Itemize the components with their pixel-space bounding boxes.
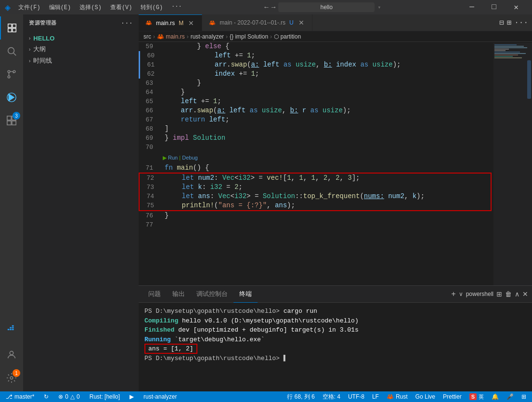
- codelens-debug[interactable]: Debug: [182, 155, 197, 161]
- breadcrumb-file[interactable]: 🦀 main.rs: [157, 33, 185, 40]
- menu-file[interactable]: 文件(F): [15, 2, 43, 13]
- activity-explorer[interactable]: [0, 16, 23, 40]
- rust-history-icon: 🦀: [209, 20, 216, 26]
- breadcrumb-ra[interactable]: rust-analyzer: [191, 33, 224, 40]
- activity-search[interactable]: [0, 40, 23, 63]
- tab-layout-icon[interactable]: ⊞: [507, 18, 512, 27]
- svg-rect-16: [10, 329, 12, 330]
- activity-docker[interactable]: [0, 318, 23, 341]
- minimize-button[interactable]: ─: [461, 0, 483, 14]
- status-notifications[interactable]: 🔔: [490, 393, 501, 400]
- panel-actions: + ∨ powershell ⊞ 🗑 ∧ ✕: [451, 290, 528, 298]
- status-rust[interactable]: Rust: [hello]: [88, 393, 122, 400]
- status-spaces[interactable]: 空格: 4: [321, 393, 342, 401]
- panel-tab-problems[interactable]: 问题: [143, 286, 167, 303]
- more-actions-icon[interactable]: ···: [514, 18, 528, 27]
- menu-more[interactable]: ···: [169, 2, 185, 13]
- panel-tab-debug[interactable]: 调试控制台: [191, 286, 234, 303]
- activity-settings[interactable]: 1: [0, 366, 23, 389]
- activity-source-control[interactable]: [0, 63, 23, 86]
- code-line-69: 69 } impl Solution: [139, 134, 493, 143]
- layout-icon: ⊞: [521, 393, 526, 400]
- panel-tab-output[interactable]: 输出: [167, 286, 191, 303]
- sidebar-item-outline[interactable]: › 大纲: [23, 43, 139, 55]
- tab-main-rs[interactable]: 🦀 main.rs M ✕: [139, 14, 202, 31]
- breadcrumb-fn[interactable]: ⬡ partition: [274, 33, 301, 40]
- nav-forward[interactable]: →: [272, 3, 275, 11]
- code-line-66: 66 arr.swap(a: left as usize, b: r as us…: [139, 106, 493, 115]
- status-branch[interactable]: ⎇ master*: [4, 393, 36, 400]
- breadcrumb: src › 🦀 main.rs › rust-analyzer › {} imp…: [139, 31, 532, 42]
- status-eol[interactable]: LF: [370, 393, 381, 400]
- svg-point-6: [8, 70, 10, 73]
- spaces-label: 空格: 4: [323, 393, 340, 401]
- menu-goto[interactable]: 转到(G): [138, 2, 166, 13]
- breadcrumb-impl[interactable]: {} impl Solution: [230, 33, 268, 40]
- tab-history-close[interactable]: ✕: [298, 19, 305, 27]
- terminal-finished-line: Finished dev [unoptimized + debuginfo] t…: [144, 325, 526, 335]
- code-line-65: 65 left += 1;: [139, 97, 493, 106]
- svg-point-21: [10, 351, 13, 355]
- tab-main-rs-close[interactable]: ✕: [187, 19, 195, 27]
- run-icon: ▶: [130, 393, 134, 400]
- status-sync[interactable]: ↻: [42, 393, 51, 400]
- main-container: 3 1 资源管理器 ··· › HELLO › 大纲: [0, 14, 532, 391]
- status-ra[interactable]: rust-analyzer: [142, 393, 179, 400]
- panel-split-btn[interactable]: ∨: [459, 291, 463, 297]
- chevron-icon: ›: [29, 58, 30, 64]
- sidebar-action-newfile[interactable]: ···: [121, 19, 133, 27]
- code-line-73: 73 let k: i32 = 2;: [140, 183, 491, 192]
- settings-badge: 1: [13, 369, 20, 377]
- status-layout[interactable]: ⊞: [519, 393, 528, 400]
- status-run[interactable]: ▶: [128, 393, 136, 400]
- activity-run-debug[interactable]: [0, 86, 23, 109]
- code-line-59: 59 } else {: [139, 42, 493, 51]
- status-encoding[interactable]: UTF-8: [346, 393, 366, 400]
- status-mic[interactable]: 🎤: [505, 393, 516, 400]
- menu-select[interactable]: 选择(S): [77, 2, 104, 13]
- panel-tab-terminal[interactable]: 终端: [234, 286, 258, 303]
- menu-edit[interactable]: 编辑(E): [46, 2, 74, 13]
- vscode-icon: ◈: [5, 1, 11, 13]
- warning-icon: △: [70, 393, 75, 400]
- search-dropdown[interactable]: ▾: [377, 4, 381, 11]
- status-language[interactable]: 🦀 Rust: [385, 393, 410, 400]
- sidebar-section: › HELLO › 大纲 › 时间线: [23, 31, 139, 68]
- code-line-68: 68 ]: [139, 124, 493, 134]
- panel-add-btn[interactable]: +: [451, 290, 455, 298]
- sidebar-timeline-label: 时间线: [33, 56, 52, 65]
- sidebar-item-timeline[interactable]: › 时间线: [23, 55, 139, 67]
- svg-rect-18: [10, 327, 12, 329]
- terminal-result-line: ans = [1, 2]: [144, 344, 526, 354]
- panel-layout-icon[interactable]: ⊞: [496, 290, 502, 298]
- split-editor-icon[interactable]: ⊟: [499, 18, 504, 27]
- status-golive[interactable]: Go Live: [414, 393, 437, 400]
- panel-trash-icon[interactable]: 🗑: [505, 290, 512, 298]
- terminal-compile-line: Compiling hello v0.1.0 (D:\mysetup\gopat…: [144, 316, 526, 326]
- status-ime[interactable]: S 英: [467, 393, 486, 401]
- codelens-run-debug[interactable]: ▶ Run | Debug: [139, 152, 493, 163]
- sidebar-item-hello[interactable]: › HELLO: [23, 33, 139, 43]
- term-cmd-1: cargo run: [284, 308, 317, 315]
- activity-extensions[interactable]: 3: [0, 109, 23, 132]
- code-editor[interactable]: 59 } else { 60 left += 1; 61 arr.swap(a:…: [139, 42, 493, 285]
- nav-back[interactable]: ←: [264, 3, 268, 11]
- sync-icon: ↻: [44, 393, 49, 400]
- panel-collapse-icon[interactable]: ∧: [515, 290, 519, 298]
- activity-account[interactable]: [0, 343, 23, 366]
- menu-view[interactable]: 查看(V): [107, 2, 135, 13]
- search-input[interactable]: [278, 2, 375, 12]
- close-button[interactable]: ✕: [505, 0, 527, 14]
- status-line-col[interactable]: 行 68, 列 6: [285, 393, 316, 401]
- status-errors[interactable]: ⊗ 0 △ 0: [56, 393, 81, 400]
- editor-area: 🦀 main.rs M ✕ 🦀 main - 2022-07-01--01-.r…: [139, 14, 532, 391]
- tab-main-history[interactable]: 🦀 main - 2022-07-01--01-.rs U ✕: [202, 14, 312, 31]
- breadcrumb-src[interactable]: src: [143, 33, 151, 40]
- maximize-button[interactable]: □: [483, 0, 505, 14]
- panel-close-icon[interactable]: ✕: [522, 290, 528, 298]
- status-prettier[interactable]: Prettier: [441, 393, 464, 400]
- terminal-content[interactable]: PS D:\mysetup\gopath\rustcode\hello> car…: [139, 303, 532, 391]
- rust-status-label: Rust: [hello]: [90, 393, 120, 400]
- codelens-run[interactable]: Run: [168, 155, 178, 161]
- code-line-77: 77: [139, 220, 493, 229]
